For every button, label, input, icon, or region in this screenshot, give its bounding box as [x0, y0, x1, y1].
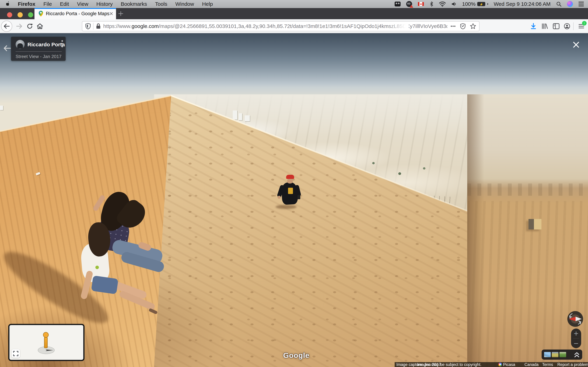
- pegman[interactable]: [36, 334, 57, 355]
- library-button[interactable]: [539, 21, 550, 32]
- hiker-red-cap: [286, 175, 294, 179]
- small-desert-building: [528, 219, 541, 229]
- sidebar-toggle-button[interactable]: [551, 21, 562, 32]
- account-button[interactable]: [562, 21, 573, 32]
- zoom-in-button[interactable]: +: [571, 329, 581, 338]
- menubar-app-icon[interactable]: [395, 1, 401, 7]
- notification-center-icon[interactable]: [579, 0, 584, 8]
- google-watermark: Google: [283, 351, 310, 360]
- home-icon: [37, 23, 43, 29]
- report-problem-link[interactable]: Report a problem: [557, 362, 588, 367]
- attribution-bar: Image capture: Jan 2017 Images may be su…: [395, 362, 588, 367]
- distant-building: [0, 106, 3, 110]
- menubar-item-view[interactable]: View: [77, 1, 88, 7]
- battery-icon: ⚡: [477, 2, 485, 6]
- more-options-icon[interactable]: [61, 40, 63, 49]
- active-tab[interactable]: Riccardo Porta - Google Maps: [35, 8, 116, 19]
- terms-link[interactable]: Terms: [542, 362, 553, 367]
- page-actions-icon[interactable]: [450, 25, 456, 27]
- volume-icon[interactable]: [451, 1, 457, 7]
- update-available-badge: ↑: [582, 21, 587, 25]
- avatar[interactable]: [16, 40, 25, 49]
- window-close-button[interactable]: [7, 12, 12, 17]
- region-label: Canada: [525, 362, 539, 367]
- lock-icon[interactable]: [96, 23, 101, 29]
- google-maps-favicon: [39, 10, 43, 17]
- home-button[interactable]: [34, 21, 45, 32]
- canada-flag-input-icon[interactable]: [418, 2, 424, 6]
- back-button[interactable]: [1, 21, 12, 32]
- forward-button[interactable]: [14, 21, 25, 32]
- siri-icon[interactable]: [567, 1, 573, 7]
- library-icon: [541, 23, 548, 29]
- menubar-item-firefox[interactable]: Firefox: [18, 1, 35, 7]
- right-horizon-band: [467, 184, 588, 196]
- apple-menu-icon[interactable]: [5, 1, 10, 7]
- photo-thumbnail-strip: [542, 350, 582, 360]
- hiker-shadow: [276, 205, 297, 209]
- menubar-item-tools[interactable]: Tools: [155, 1, 167, 7]
- right-desert-texture: [467, 201, 588, 367]
- new-tab-button[interactable]: [118, 10, 124, 17]
- streetview-panorama[interactable]: [0, 0, 588, 367]
- zoom-control: + −: [571, 329, 581, 348]
- minimap-fullscreen-button[interactable]: [12, 349, 20, 358]
- url-text[interactable]: https://www.google.com/maps/@24.2566891,…: [103, 23, 447, 29]
- tab-title: Riccardo Porta - Google Maps: [46, 11, 109, 17]
- menubar-item-window[interactable]: Window: [175, 1, 194, 7]
- zoom-out-button[interactable]: −: [571, 339, 581, 348]
- menubar-item-history[interactable]: History: [96, 1, 113, 7]
- picasa-icon: [498, 363, 502, 366]
- menubar-clock[interactable]: Wed Sep 9 10:24:06 AM: [494, 1, 551, 7]
- girl-shirt-logo: [95, 266, 99, 269]
- window-zoom-button[interactable]: [28, 12, 33, 17]
- double-chevron-up-icon: [574, 351, 580, 358]
- tab-close-icon[interactable]: [109, 11, 113, 16]
- compass-control[interactable]: [567, 311, 583, 327]
- menubar-item-file[interactable]: File: [43, 1, 52, 7]
- pegman-body: [44, 337, 48, 348]
- pocket-save-icon[interactable]: [460, 23, 466, 29]
- author-name[interactable]: Riccardo Porta: [27, 42, 65, 48]
- hiker-hand: [277, 196, 281, 199]
- toolbar-divider: [573, 22, 574, 30]
- hiker-face: [287, 179, 293, 184]
- url-bar[interactable]: https://www.google.com/maps/@24.2566891,…: [82, 21, 479, 31]
- panel-divider: [16, 51, 62, 52]
- download-icon: [530, 23, 536, 29]
- streetview-close-button[interactable]: [572, 41, 580, 49]
- photo-thumbnail[interactable]: [560, 352, 566, 357]
- pegman-head: [43, 332, 49, 338]
- streetview-back-button[interactable]: [2, 43, 12, 53]
- macos-menubar: Firefox File Edit View History Bookmarks…: [0, 0, 588, 8]
- spotlight-search-icon[interactable]: [556, 1, 562, 7]
- capture-date-label: Street View - Jan 2017: [16, 54, 62, 59]
- streetview-author-panel: Riccardo Porta Street View - Jan 2017: [11, 37, 66, 61]
- reload-button[interactable]: [24, 21, 35, 32]
- downloads-button[interactable]: [528, 21, 539, 32]
- back-icon: [3, 23, 10, 29]
- firefox-nav-toolbar: https://www.google.com/maps/@24.2566891,…: [0, 19, 588, 33]
- battery-status[interactable]: 100% ⚡: [462, 1, 488, 7]
- photo-thumbnail[interactable]: [544, 352, 551, 357]
- menubar-item-edit[interactable]: Edit: [60, 1, 69, 7]
- sidebar-icon: [553, 23, 560, 29]
- firefox-tab-bar: Riccardo Porta - Google Maps: [0, 8, 588, 19]
- wifi-icon[interactable]: [439, 1, 446, 7]
- back-arrow-icon: [3, 45, 11, 51]
- app-menu-button[interactable]: ↑: [576, 21, 587, 32]
- minimap[interactable]: [8, 324, 85, 361]
- creative-cloud-warning-icon[interactable]: [406, 1, 412, 7]
- tracking-protection-shield-icon[interactable]: [85, 23, 91, 29]
- window-minimize-button[interactable]: [17, 12, 23, 17]
- battery-percent-label: 100%: [462, 1, 476, 7]
- distant-building: [233, 110, 237, 119]
- compass-icon: [567, 311, 583, 327]
- expand-thumbnails-button[interactable]: [574, 351, 580, 359]
- menubar-item-help[interactable]: Help: [202, 1, 213, 7]
- menubar-item-bookmarks[interactable]: Bookmarks: [121, 1, 147, 7]
- bookmark-star-icon[interactable]: [470, 23, 476, 29]
- photo-thumbnail[interactable]: [552, 352, 558, 357]
- bluetooth-icon[interactable]: [430, 1, 433, 7]
- picasa-link[interactable]: Picasa: [503, 362, 515, 367]
